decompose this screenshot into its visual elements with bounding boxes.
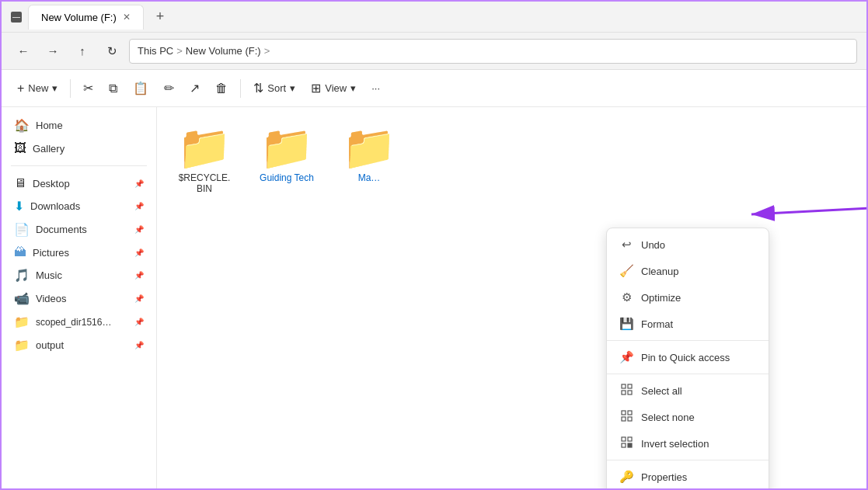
rename-button[interactable]: ✏: [158, 76, 180, 101]
sidebar: 🏠 Home 🖼 Gallery 🖥 Desktop 📌 ⬇ Downloads…: [2, 107, 157, 490]
breadcrumb-new-volume[interactable]: New Volume (F:): [186, 45, 261, 57]
menu-item-cleanup[interactable]: 🧹 Cleanup: [607, 258, 769, 284]
sidebar-item-downloads[interactable]: ⬇ Downloads 📌: [5, 195, 153, 217]
menu-item-undo[interactable]: ↩ Undo: [607, 231, 769, 258]
sidebar-scoped-label: scoped_dir1516…: [36, 317, 111, 328]
view-label: View: [325, 82, 347, 94]
content-area: 📁 $RECYCLE.BIN 📁 Guiding Tech 📁 Ma… ↩ Un…: [157, 107, 866, 490]
scoped-icon: 📁: [14, 315, 30, 329]
refresh-button[interactable]: ↻: [99, 39, 124, 64]
more-icon: ···: [371, 82, 380, 94]
menu-item-select-all[interactable]: Select all: [607, 377, 769, 404]
menu-cleanup-label: Cleanup: [641, 266, 678, 277]
forward-button[interactable]: →: [40, 39, 65, 64]
breadcrumb-this-pc[interactable]: This PC: [138, 45, 173, 57]
menu-properties-label: Properties: [641, 471, 687, 483]
svg-rect-3: [628, 391, 632, 394]
svg-rect-7: [628, 417, 632, 421]
menu-item-invert-selection[interactable]: Invert selection: [607, 430, 769, 457]
pin-scoped: 📌: [134, 318, 144, 326]
tab-label: New Volume (F:): [41, 12, 117, 23]
cut-icon: ✂: [83, 81, 93, 96]
menu-select-all-label: Select all: [641, 385, 682, 397]
new-icon: +: [17, 82, 24, 96]
sidebar-item-pictures[interactable]: 🏔 Pictures 📌: [5, 242, 153, 263]
sidebar-documents-label: Documents: [36, 224, 87, 235]
svg-rect-8: [622, 437, 626, 441]
tab-new-volume[interactable]: New Volume (F:) ✕: [28, 5, 144, 30]
sidebar-item-documents[interactable]: 📄 Documents 📌: [5, 218, 153, 241]
pin-desktop: 📌: [134, 179, 144, 188]
paste-button[interactable]: 📋: [127, 76, 155, 101]
undo-icon: ↩: [619, 238, 633, 252]
dropdown-menu: ↩ Undo 🧹 Cleanup ⚙ Optimize 💾 Format 📌 P…: [606, 228, 769, 490]
menu-item-pin-quick[interactable]: 📌 Pin to Quick access: [607, 344, 769, 370]
sort-chevron: ▾: [290, 82, 295, 94]
downloads-icon: ⬇: [14, 199, 24, 214]
nav-bar: ← → ↑ ↻ This PC > New Volume (F:) >: [2, 33, 866, 70]
svg-rect-5: [628, 411, 632, 415]
svg-rect-1: [628, 384, 632, 388]
folder-recycle[interactable]: 📁 $RECYCLE.BIN: [169, 120, 239, 200]
sidebar-item-videos[interactable]: 📹 Videos 📌: [5, 287, 153, 310]
breadcrumb-sep-1: >: [176, 45, 183, 57]
documents-icon: 📄: [14, 222, 30, 237]
sidebar-item-home[interactable]: 🏠 Home: [5, 114, 153, 137]
sidebar-item-scoped[interactable]: 📁 scoped_dir1516… 📌: [5, 311, 153, 333]
properties-icon: 🔑: [619, 470, 633, 484]
svg-rect-4: [622, 411, 626, 415]
new-tab-button[interactable]: +: [150, 5, 171, 28]
menu-format-label: Format: [641, 318, 673, 330]
sidebar-videos-label: Videos: [36, 293, 67, 304]
sidebar-divider-1: [11, 165, 147, 166]
folder-guiding-tech[interactable]: 📁 Guiding Tech: [252, 120, 322, 200]
main-layout: 🏠 Home 🖼 Gallery 🖥 Desktop 📌 ⬇ Downloads…: [2, 107, 866, 490]
select-none-icon: [619, 410, 633, 424]
toolbar: + New ▾ ✂ ⧉ 📋 ✏ ↗ 🗑 ⇅ Sort ▾ ⊞ View ▾ ··…: [2, 70, 866, 107]
view-button[interactable]: ⊞ View ▾: [305, 76, 362, 101]
folder-recycle-label: $RECYCLE.BIN: [176, 172, 233, 194]
menu-item-select-none[interactable]: Select none: [607, 404, 769, 430]
rename-icon: ✏: [164, 81, 174, 96]
gallery-icon: 🖼: [14, 141, 26, 155]
window-icon: [11, 12, 22, 23]
delete-button[interactable]: 🗑: [209, 76, 234, 101]
guiding-tech-folder-icon: 📁: [260, 126, 314, 169]
title-bar: New Volume (F:) ✕ +: [2, 2, 866, 33]
menu-sep-1: [607, 340, 769, 341]
new-button[interactable]: + New ▾: [11, 76, 64, 101]
sidebar-pinned-section: 🏠 Home 🖼 Gallery: [2, 114, 156, 159]
tab-close-button[interactable]: ✕: [123, 12, 131, 23]
up-button[interactable]: ↑: [70, 39, 95, 64]
back-button[interactable]: ←: [11, 39, 36, 64]
menu-item-optimize[interactable]: ⚙ Optimize: [607, 284, 769, 311]
share-button[interactable]: ↗: [183, 76, 206, 101]
sort-button[interactable]: ⇅ Sort ▾: [247, 76, 302, 101]
folder-more[interactable]: 📁 Ma…: [334, 120, 404, 200]
sidebar-item-desktop[interactable]: 🖥 Desktop 📌: [5, 172, 153, 194]
breadcrumb[interactable]: This PC > New Volume (F:) >: [129, 39, 857, 64]
menu-invert-label: Invert selection: [641, 438, 709, 450]
cut-button[interactable]: ✂: [77, 76, 99, 101]
menu-item-properties[interactable]: 🔑 Properties: [607, 464, 769, 490]
sidebar-desktop-label: Desktop: [33, 178, 70, 189]
view-chevron: ▾: [350, 82, 356, 94]
sidebar-item-output[interactable]: 📁 output 📌: [5, 334, 153, 356]
folder-more-label: Ma…: [358, 172, 381, 183]
svg-rect-9: [628, 437, 632, 441]
breadcrumb-sep-2: >: [264, 45, 270, 57]
sort-label: Sort: [267, 82, 286, 94]
output-icon: 📁: [14, 338, 30, 353]
more-button[interactable]: ···: [365, 76, 386, 101]
select-all-icon: [619, 384, 633, 398]
svg-rect-2: [622, 391, 626, 394]
pin-output: 📌: [134, 341, 144, 349]
folder-guiding-tech-label: Guiding Tech: [260, 172, 314, 183]
view-icon: ⊞: [311, 81, 321, 96]
menu-item-format[interactable]: 💾 Format: [607, 311, 769, 337]
sidebar-item-gallery[interactable]: 🖼 Gallery: [5, 137, 153, 159]
sidebar-item-music[interactable]: 🎵 Music 📌: [5, 264, 153, 287]
recycle-icon: 📁: [177, 126, 232, 169]
sidebar-quick-access: 🖥 Desktop 📌 ⬇ Downloads 📌 📄 Documents 📌 …: [2, 172, 156, 356]
copy-button[interactable]: ⧉: [103, 76, 124, 101]
